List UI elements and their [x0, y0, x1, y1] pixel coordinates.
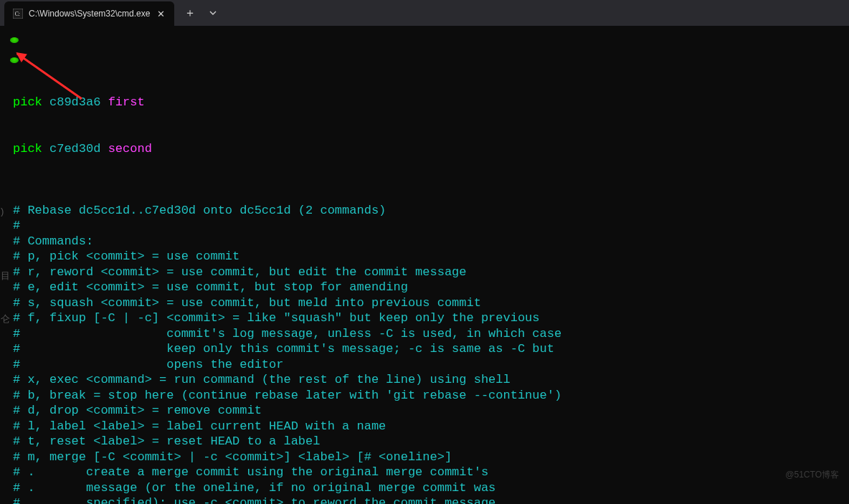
editor-content: pick c89d3a6 first pick c7ed30d second #… — [13, 64, 843, 504]
terminal-tab[interactable]: C: C:\Windows\System32\cmd.exe ✕ — [4, 1, 174, 26]
comment-line: # . create a merge commit using the orig… — [13, 465, 843, 480]
rebase-pick-line: pick c89d3a6 first — [13, 95, 843, 110]
comment-line: # p, pick <commit> = use commit — [13, 249, 843, 265]
comment-line: # commit's log message, unless -C is use… — [13, 326, 843, 342]
terminal-window: C: C:\Windows\System32\cmd.exe ✕ ＋ pick … — [0, 0, 849, 504]
comment-line: # l, label <label> = label current HEAD … — [13, 419, 843, 434]
comment-line: # Rebase dc5cc1d..c7ed30d onto dc5cc1d (… — [13, 203, 843, 219]
annotation-marker-icon — [10, 37, 19, 43]
comment-line: # f, fixup [-C | -c] <commit> = like "sq… — [13, 310, 843, 326]
comment-line: # s, squash <commit> = use commit, but m… — [13, 295, 843, 311]
comment-line: # Commands: — [13, 234, 843, 249]
rebase-pick-line: pick c7ed30d second — [13, 141, 843, 157]
cmd-icon: C: — [13, 9, 23, 19]
title-bar: C: C:\Windows\System32\cmd.exe ✕ ＋ — [0, 0, 849, 26]
tab-title: C:\Windows\System32\cmd.exe — [29, 9, 150, 19]
rebase-comment-block: # Rebase dc5cc1d..c7ed30d onto dc5cc1d (… — [13, 187, 843, 504]
terminal-viewport[interactable]: pick c89d3a6 first pick c7ed30d second #… — [0, 26, 849, 504]
comment-line: # e, edit <commit> = use commit, but sto… — [13, 280, 843, 295]
comment-line: # b, break = stop here (continue rebase … — [13, 388, 843, 404]
comment-line: # x, exec <command> = run command (the r… — [13, 372, 843, 388]
comment-line: # — [13, 218, 843, 234]
comment-line: # . message (or the oneline, if no origi… — [13, 480, 843, 496]
titlebar-actions: ＋ — [174, 6, 217, 21]
comment-line: # opens the editor — [13, 357, 843, 373]
close-icon[interactable]: ✕ — [156, 9, 166, 19]
svg-text:C:: C: — [15, 11, 20, 17]
new-tab-icon[interactable]: ＋ — [184, 6, 196, 21]
watermark-text: @51CTO博客 — [785, 467, 839, 483]
comment-line: # r, reword <commit> = use commit, but e… — [13, 265, 843, 280]
partial-hidden-window: )目仑 — [1, 201, 10, 330]
dropdown-icon[interactable] — [209, 9, 217, 17]
comment-line: # m, merge [-C <commit> | -c <commit>] <… — [13, 450, 843, 465]
comment-line: # . specified); use -c <commit> to rewor… — [13, 495, 843, 504]
comment-line: # keep only this commit's message; -c is… — [13, 341, 843, 357]
comment-line — [13, 187, 843, 203]
comment-line: # d, drop <commit> = remove commit — [13, 403, 843, 419]
comment-line: # t, reset <label> = reset HEAD to a lab… — [13, 434, 843, 450]
